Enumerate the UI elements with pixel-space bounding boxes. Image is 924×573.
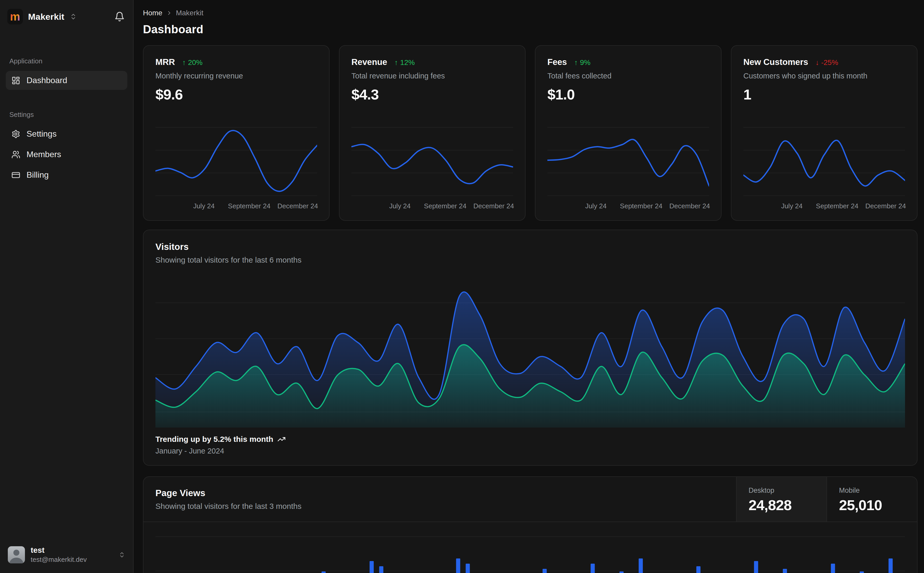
stat-cards-row: MRR ↑ 20% Monthly recurring revenue $9.6… xyxy=(143,45,918,221)
sidebar-item-members[interactable]: Members xyxy=(6,145,127,164)
trend-value: -25% xyxy=(821,58,838,67)
stat-card-revenue: Revenue ↑ 12% Total revenue including fe… xyxy=(339,45,526,221)
stat-value: $4.3 xyxy=(351,86,513,103)
workspace-name[interactable]: Makerkit xyxy=(28,12,64,22)
chevrons-up-down-icon xyxy=(119,551,125,558)
stat-value: 1 xyxy=(744,86,905,103)
stat-description: Total fees collected xyxy=(547,72,709,80)
visitors-card: Visitors Showing total visitors for the … xyxy=(143,230,918,466)
main-content: Home Makerkit Dashboard MRR ↑ 20% Monthl… xyxy=(134,0,924,573)
sidebar-item-label: Billing xyxy=(27,170,49,180)
x-axis-labels: July 24 September 24 December 24 xyxy=(547,202,709,213)
new-customers-sparkline-chart xyxy=(744,124,905,199)
breadcrumb-home-link[interactable]: Home xyxy=(143,9,162,17)
user-name: test xyxy=(31,546,113,554)
revenue-sparkline-chart xyxy=(351,124,513,199)
x-axis-labels: July 24 September 24 December 24 xyxy=(744,202,905,213)
arrow-up-icon: ↑ xyxy=(395,58,398,67)
trend-value: 12% xyxy=(400,58,415,67)
tab-label: Desktop xyxy=(748,487,814,495)
chevron-right-icon xyxy=(166,10,172,16)
credit-card-icon xyxy=(11,171,20,180)
sidebar-item-label: Members xyxy=(27,150,61,159)
trend-badge: ↓ -25% xyxy=(815,58,838,67)
gear-icon xyxy=(11,130,20,138)
breadcrumb: Home Makerkit xyxy=(143,9,918,17)
stat-description: Monthly recurring revenue xyxy=(155,72,317,80)
fees-sparkline-chart xyxy=(547,124,709,199)
visitors-footer-bold: Trending up by 5.2% this month xyxy=(155,435,273,444)
section-label-settings: Settings xyxy=(9,111,124,119)
stat-card-new-customers: New Customers ↓ -25% Customers who signe… xyxy=(731,45,918,221)
tab-mobile[interactable]: Mobile 25,010 xyxy=(827,477,917,521)
arrow-up-icon: ↑ xyxy=(574,58,578,67)
sidebar: m Makerkit Application Dashboard Setting… xyxy=(0,0,133,573)
page-views-bar-chart xyxy=(155,522,905,573)
mrr-sparkline-chart xyxy=(155,124,317,199)
page-views-card: Page Views Showing total visitors for th… xyxy=(143,476,918,573)
section-label-application: Application xyxy=(9,57,124,65)
user-email: test@makerkit.dev xyxy=(31,556,113,564)
stat-card-mrr: MRR ↑ 20% Monthly recurring revenue $9.6… xyxy=(143,45,329,221)
tab-value: 25,010 xyxy=(839,496,905,514)
trend-badge: ↑ 9% xyxy=(574,58,590,67)
x-axis-labels: July 24 September 24 December 24 xyxy=(155,202,317,213)
arrow-up-icon: ↑ xyxy=(182,58,186,67)
stat-title: New Customers xyxy=(744,57,808,67)
trend-badge: ↑ 12% xyxy=(395,58,415,67)
tab-label: Mobile xyxy=(839,487,905,495)
avatar xyxy=(8,546,25,564)
stat-title: Fees xyxy=(547,57,567,67)
page-views-title: Page Views xyxy=(155,488,724,498)
sidebar-item-dashboard[interactable]: Dashboard xyxy=(6,71,127,90)
users-icon xyxy=(11,150,20,159)
visitors-footer-muted: January - June 2024 xyxy=(155,447,905,456)
stat-description: Total revenue including fees xyxy=(351,72,513,80)
makerkit-logo: m xyxy=(7,9,23,24)
stat-description: Customers who signed up this month xyxy=(744,72,905,80)
arrow-down-icon: ↓ xyxy=(815,58,819,67)
sidebar-item-settings[interactable]: Settings xyxy=(6,124,127,143)
stat-title: MRR xyxy=(155,57,175,67)
trend-value: 9% xyxy=(580,58,590,67)
visitors-title: Visitors xyxy=(155,241,905,252)
stat-title: Revenue xyxy=(351,57,387,67)
chevrons-up-down-icon[interactable] xyxy=(70,13,77,20)
bell-icon[interactable] xyxy=(115,11,125,22)
page-views-subtitle: Showing total visitors for the last 3 mo… xyxy=(155,502,724,511)
dashboard-icon xyxy=(11,76,20,85)
page-title: Dashboard xyxy=(143,23,918,36)
visitors-subtitle: Showing total visitors for the last 6 mo… xyxy=(155,255,905,265)
sidebar-item-billing[interactable]: Billing xyxy=(6,166,127,185)
tab-value: 24,828 xyxy=(748,496,814,514)
stat-value: $9.6 xyxy=(155,86,317,103)
user-menu[interactable]: test test@makerkit.dev xyxy=(6,543,127,566)
sidebar-item-label: Settings xyxy=(27,129,56,139)
tab-desktop[interactable]: Desktop 24,828 xyxy=(736,477,827,521)
stat-card-fees: Fees ↑ 9% Total fees collected $1.0 July… xyxy=(535,45,722,221)
sidebar-item-label: Dashboard xyxy=(27,75,67,85)
stat-value: $1.0 xyxy=(547,86,709,103)
trending-up-icon xyxy=(277,435,286,443)
breadcrumb-current: Makerkit xyxy=(176,9,204,17)
x-axis-labels: July 24 September 24 December 24 xyxy=(351,202,513,213)
trend-value: 20% xyxy=(188,58,202,67)
visitors-area-chart xyxy=(155,272,905,427)
trend-badge: ↑ 20% xyxy=(182,58,202,67)
